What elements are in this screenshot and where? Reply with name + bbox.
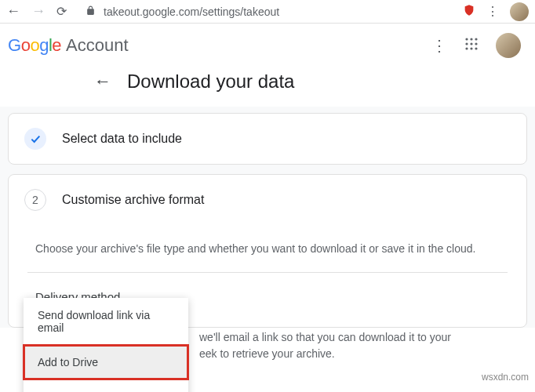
- svg-point-7: [470, 47, 472, 49]
- app-header: Google Account ⋮: [0, 24, 535, 67]
- main-content: Select data to include 2 Customise archi…: [0, 107, 535, 328]
- url-text: takeout.google.com/settings/takeout: [104, 5, 279, 18]
- step-2-number-icon: 2: [24, 189, 46, 211]
- step-2-description: Choose your archive's file type and whet…: [27, 225, 508, 273]
- back-icon[interactable]: ←: [6, 3, 20, 20]
- browser-menu-icon[interactable]: ⋮: [486, 4, 499, 19]
- address-bar[interactable]: takeout.google.com/settings/takeout: [86, 5, 279, 18]
- account-label: Account: [66, 35, 129, 56]
- step-1-card[interactable]: Select data to include: [8, 113, 527, 165]
- delivery-explanation: we'll email a link so that you can downl…: [199, 329, 466, 362]
- svg-point-5: [475, 42, 477, 45]
- reload-icon[interactable]: ⟳: [56, 4, 67, 19]
- forward-icon[interactable]: →: [31, 3, 45, 20]
- back-arrow-icon[interactable]: ←: [94, 71, 111, 92]
- step-1-title: Select data to include: [62, 132, 182, 146]
- watermark: wsxdn.com: [482, 372, 529, 383]
- lock-icon: [86, 5, 96, 18]
- apps-grid-icon[interactable]: [464, 37, 479, 54]
- svg-point-2: [475, 38, 477, 40]
- svg-point-4: [470, 42, 472, 45]
- dropdown-option-email[interactable]: Send download link via email: [24, 298, 188, 345]
- browser-profile-avatar[interactable]: [510, 2, 529, 21]
- delivery-method-dropdown: Send download link via email Add to Driv…: [24, 298, 188, 392]
- more-menu-icon[interactable]: ⋮: [431, 36, 447, 55]
- account-avatar[interactable]: [496, 33, 521, 58]
- svg-point-0: [465, 38, 468, 40]
- svg-point-8: [475, 47, 477, 49]
- step-1-check-icon: [24, 128, 46, 150]
- page-title-row: ← Download your data: [0, 67, 535, 107]
- dropdown-option-dropbox[interactable]: Add to Dropbox: [24, 379, 188, 392]
- page-title: Download your data: [127, 71, 294, 93]
- step-2-title: Customise archive format: [62, 193, 204, 207]
- extension-shield-icon[interactable]: [463, 4, 475, 20]
- browser-toolbar: ← → ⟳ takeout.google.com/settings/takeou…: [0, 0, 535, 24]
- google-logo[interactable]: Google: [8, 35, 61, 56]
- svg-point-3: [465, 42, 468, 45]
- step-2-header[interactable]: 2 Customise archive format: [9, 175, 526, 225]
- svg-point-6: [465, 47, 468, 49]
- svg-point-1: [470, 38, 472, 40]
- dropdown-option-drive[interactable]: Add to Drive: [24, 345, 188, 379]
